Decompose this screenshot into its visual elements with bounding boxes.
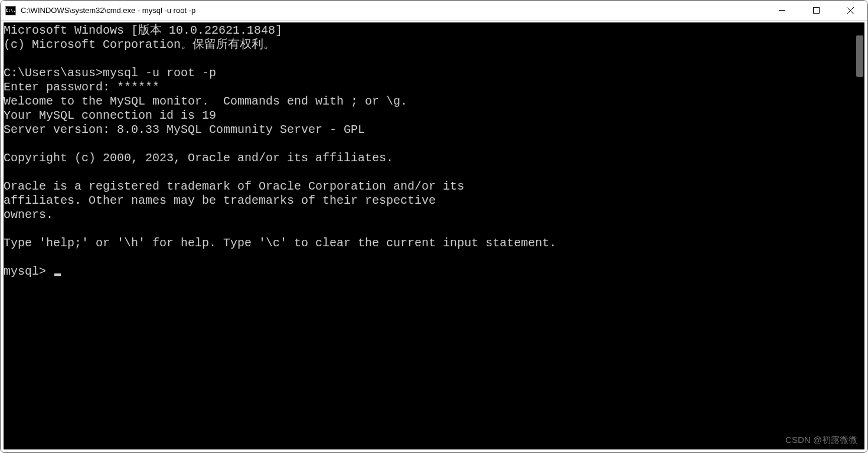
maximize-button[interactable] — [799, 1, 833, 20]
svg-rect-1 — [813, 8, 819, 14]
close-icon — [847, 7, 854, 14]
scrollbar[interactable] — [855, 22, 864, 449]
cmd-window: C:\. C:\WINDOWS\system32\cmd.exe - mysql… — [0, 0, 868, 453]
cmd-icon: C:\. — [5, 6, 16, 15]
terminal-container: Microsoft Windows [版本 10.0.22621.1848] (… — [1, 21, 867, 452]
maximize-icon — [813, 7, 820, 14]
minimize-button[interactable] — [765, 1, 799, 20]
mysql-prompt: mysql> — [4, 265, 53, 278]
scrollbar-thumb[interactable] — [856, 35, 863, 77]
close-button[interactable] — [833, 1, 867, 20]
titlebar[interactable]: C:\. C:\WINDOWS\system32\cmd.exe - mysql… — [1, 1, 867, 21]
minimize-icon — [779, 7, 785, 14]
window-controls — [765, 1, 867, 20]
terminal-output[interactable]: Microsoft Windows [版本 10.0.22621.1848] (… — [4, 22, 855, 449]
cursor — [54, 273, 61, 276]
window-title: C:\WINDOWS\system32\cmd.exe - mysql -u r… — [21, 6, 765, 15]
watermark: CSDN @初露微微 — [785, 435, 857, 446]
